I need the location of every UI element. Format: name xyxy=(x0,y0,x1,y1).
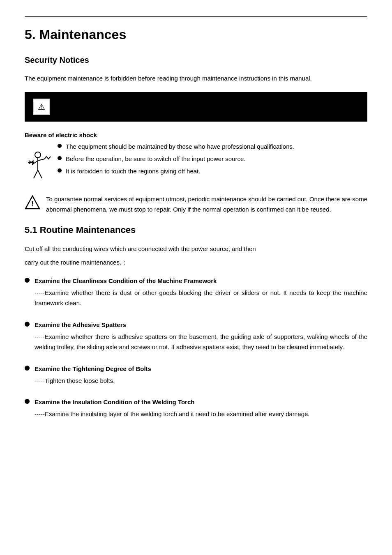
svg-point-0 xyxy=(35,152,41,158)
electric-person-icon xyxy=(25,152,53,186)
section1-intro: The equipment maintenance is forbidden b… xyxy=(25,73,367,84)
bullet-item-3: It is forbidden to touch the regions giv… xyxy=(58,166,294,176)
svg-line-9 xyxy=(38,170,42,178)
maintenance-item-title-2: Examine the Adhesive Spatters xyxy=(35,320,367,330)
section2-title: 5.1 Routine Maintenances xyxy=(25,225,367,235)
maintenance-item-4: Examine the Insulation Condition of the … xyxy=(25,397,367,419)
maintenance-content-2: Examine the Adhesive Spatters -----Exami… xyxy=(35,320,367,352)
maintenance-item-title-3: Examine the Tightening Degree of Bolts xyxy=(35,364,367,374)
electric-shock-label: Beware of electric shock xyxy=(25,131,367,138)
maintenance-item-2: Examine the Adhesive Spatters -----Exami… xyxy=(25,320,367,352)
electric-shock-section: Beware of electric shock xyxy=(25,131,367,186)
maintenance-item-desc-2: -----Examine whether there is adhesive s… xyxy=(35,332,367,352)
bullet-text-3: It is forbidden to touch the regions giv… xyxy=(66,166,200,176)
maintenance-bullet-4 xyxy=(25,399,30,404)
maintenance-content-1: Examine the Cleanliness Condition of the… xyxy=(35,276,367,309)
maintenance-item-title-4: Examine the Insulation Condition of the … xyxy=(35,397,367,407)
maintenance-bullet-3 xyxy=(25,366,30,371)
bullet-item-2: Before the operation, be sure to switch … xyxy=(58,154,294,164)
maintenance-content-4: Examine the Insulation Condition of the … xyxy=(35,397,367,419)
bullet-dot xyxy=(58,144,62,148)
bullet-text-1: The equipment should be maintained by th… xyxy=(66,142,294,152)
caution-text: To guarantee normal services of equipmen… xyxy=(46,194,367,215)
caution-triangle-icon: ! xyxy=(25,195,41,212)
maintenance-bullet-2 xyxy=(25,322,30,327)
maintenance-item-desc-4: -----Examine the insulating layer of the… xyxy=(35,409,367,419)
maintenance-bullet-1 xyxy=(25,278,30,283)
caution-block: ! To guarantee normal services of equipm… xyxy=(25,194,367,215)
warning-triangle-icon: ⚠ xyxy=(38,102,45,112)
warning-box: ⚠ xyxy=(25,92,367,122)
chapter-title: 5. Maintenances xyxy=(25,27,367,42)
bullet-dot xyxy=(58,156,62,160)
svg-line-8 xyxy=(34,170,38,178)
section1-title: Security Notices xyxy=(25,55,367,65)
maintenance-item-desc-1: -----Examine whether there is dust or ot… xyxy=(35,288,367,309)
maintenance-item-3: Examine the Tightening Degree of Bolts -… xyxy=(25,364,367,386)
maintenance-item-title-1: Examine the Cleanliness Condition of the… xyxy=(35,276,367,286)
routine-intro2: carry out the routine maintenances.： xyxy=(25,257,367,268)
bullet-text-2: Before the operation, be sure to switch … xyxy=(66,154,245,164)
maintenance-content-3: Examine the Tightening Degree of Bolts -… xyxy=(35,364,367,386)
svg-line-7 xyxy=(38,159,44,161)
svg-text:!: ! xyxy=(31,200,33,207)
maintenance-item-desc-3: -----Tighten those loose bolts. xyxy=(35,375,367,386)
electric-shock-content: The equipment should be maintained by th… xyxy=(25,142,367,186)
maintenance-item-1: Examine the Cleanliness Condition of the… xyxy=(25,276,367,309)
warning-icon-box: ⚠ xyxy=(33,99,50,115)
routine-intro1: Cut off all the conducting wires which a… xyxy=(25,244,367,254)
page-container: 5. Maintenances Security Notices The equ… xyxy=(0,0,392,555)
bullet-dot xyxy=(58,168,62,173)
bullet-item-1: The equipment should be maintained by th… xyxy=(58,142,294,152)
electric-shock-bullets: The equipment should be maintained by th… xyxy=(58,142,294,179)
top-border xyxy=(25,16,367,17)
